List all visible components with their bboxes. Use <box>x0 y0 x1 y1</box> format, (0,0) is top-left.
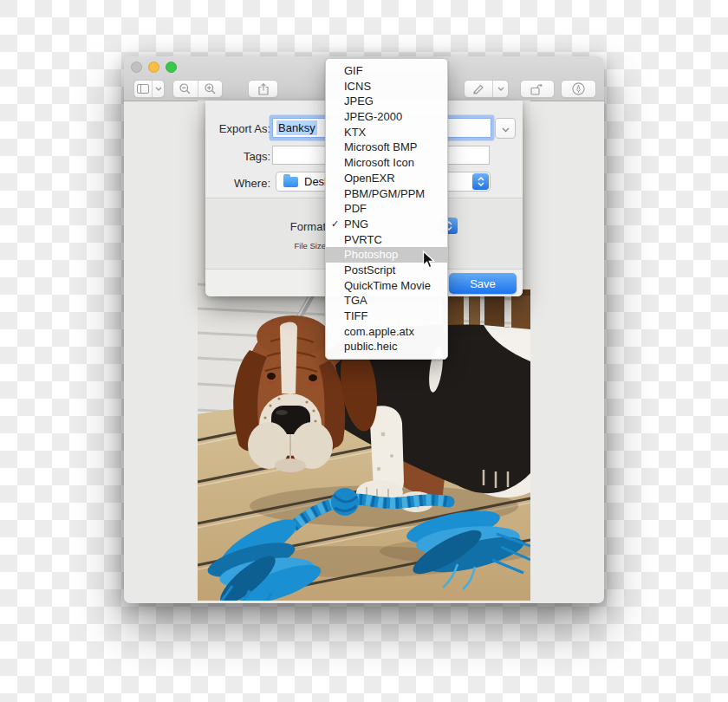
zoom-out-icon[interactable] <box>173 81 198 97</box>
zoom-button[interactable] <box>166 62 177 73</box>
menu-item-pdf[interactable]: PDF <box>326 201 447 217</box>
menu-item-microsoft-icon[interactable]: Microsoft Icon <box>326 155 447 171</box>
sidebar-view-button[interactable] <box>133 80 165 98</box>
format-label: Format <box>205 220 326 233</box>
save-button[interactable]: Save <box>449 273 517 294</box>
menu-item-icns[interactable]: ICNS <box>326 79 447 94</box>
markup-pen-button[interactable] <box>464 80 509 98</box>
menu-item-pvrtc[interactable]: PVRTC <box>326 232 447 248</box>
transparency-checkerboard: Export As: Banksy Tags: Where: Desk <box>0 0 728 702</box>
minimize-button[interactable] <box>148 62 159 73</box>
menu-item-png[interactable]: ✓PNG <box>326 217 447 232</box>
share-button[interactable] <box>248 80 278 98</box>
export-as-label: Export As: <box>205 122 270 135</box>
menu-item-quicktime-movie[interactable]: QuickTime Movie <box>326 278 447 294</box>
chevron-down-icon <box>153 81 164 97</box>
file-size-label: File Size <box>205 241 326 250</box>
expand-sheet-button[interactable] <box>495 118 516 139</box>
markup-toolbar-icon <box>572 82 585 95</box>
markup-pen-icon <box>465 81 492 97</box>
menu-item-public-heic[interactable]: public.heic <box>326 339 447 354</box>
zoom-controls[interactable] <box>172 80 223 98</box>
rotate-left-icon <box>530 83 544 95</box>
show-markup-toolbar-button[interactable] <box>561 80 596 98</box>
menu-item-openexr[interactable]: OpenEXR <box>326 171 447 186</box>
close-button[interactable] <box>131 62 142 73</box>
where-label: Where: <box>205 177 270 190</box>
menu-item-jpeg2000[interactable]: JPEG-2000 <box>326 109 447 125</box>
menu-item-pbm[interactable]: PBM/PGM/PPM <box>326 186 447 202</box>
menu-item-tiff[interactable]: TIFF <box>326 309 447 324</box>
filename-selected-text: Banksy <box>276 120 317 135</box>
tags-label: Tags: <box>205 150 270 163</box>
chevron-down-icon[interactable] <box>493 81 508 97</box>
mouse-cursor-icon <box>422 250 435 273</box>
menu-item-tga[interactable]: TGA <box>326 293 447 309</box>
where-popup-stepper <box>472 173 489 190</box>
zoom-in-icon[interactable] <box>198 81 223 97</box>
menu-item-com-apple-atx[interactable]: com.apple.atx <box>326 324 447 340</box>
menu-item-jpeg[interactable]: JPEG <box>326 94 447 109</box>
menu-item-ktx[interactable]: KTX <box>326 125 447 140</box>
folder-icon <box>283 177 298 187</box>
share-icon <box>258 83 269 95</box>
format-menu: GIF ICNS JPEG JPEG-2000 KTX Microsoft BM… <box>325 58 448 360</box>
chevron-down-icon <box>502 120 510 136</box>
checkmark-icon: ✓ <box>331 217 339 232</box>
sidebar-icon <box>134 81 152 97</box>
rotate-button[interactable] <box>520 80 555 98</box>
menu-item-gif[interactable]: GIF <box>326 63 447 79</box>
menu-item-microsoft-bmp[interactable]: Microsoft BMP <box>326 140 447 155</box>
